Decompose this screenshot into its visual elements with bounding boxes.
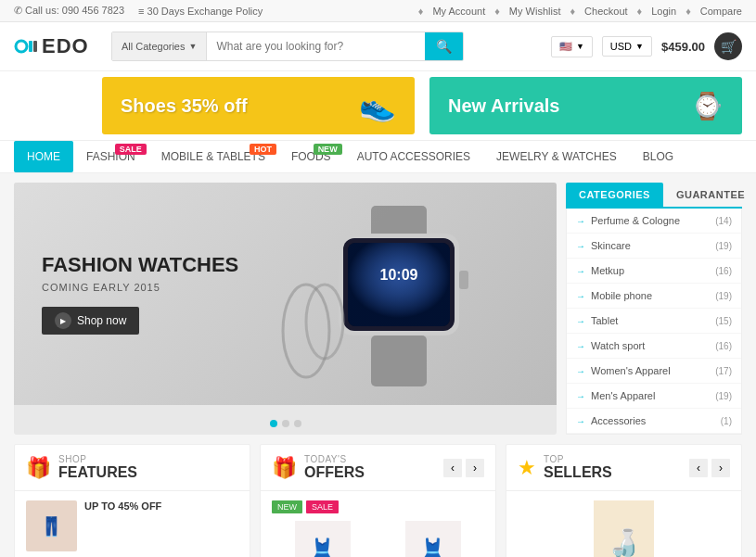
category-count: (15) [715,316,732,326]
sellers-small-label: TOP [544,454,612,464]
svg-rect-9 [459,271,468,289]
arrow-icon: → [576,241,585,251]
sellers-panel-header: ★ TOP SELLERS ‹ › [506,445,741,491]
exchange-label: ≡ 30 Days Exchange Policy [138,6,263,17]
sellers-big-label: SELLERS [544,464,612,481]
cart-price: $459.00 [661,40,705,54]
tab-guarantee[interactable]: GUARANTEE [663,183,756,207]
currency-label: USD [610,41,632,52]
my-wishlist-link[interactable]: My Wishlist [509,6,561,17]
hero-watch-image: 10:09 [260,192,538,405]
category-item-accessories[interactable]: → Accessories (1) [567,409,741,434]
nav-item-blog[interactable]: BLOG [630,141,686,172]
category-item-mens[interactable]: → Men's Apparel (19) [567,384,741,409]
offer-image-2: 👗 [405,521,461,557]
sellers-next-button[interactable]: › [711,459,730,477]
compare-link[interactable]: Compare [700,6,742,17]
slider-dots [270,420,301,427]
language-selector[interactable]: 🇺🇸 ▼ [551,36,593,57]
logo: EDO [14,33,97,59]
hero-slider: 10:09 FASHION WATCHES COMING EARLY 2015 … [14,183,557,435]
nav-item-fashion[interactable]: FASHION SALE [73,141,148,172]
nav-item-foods[interactable]: FOODS NEW [278,141,344,172]
slider-dot-3[interactable] [294,420,301,427]
offer-item-2[interactable]: 👗 [382,521,485,557]
category-name: Watch sport [591,340,645,351]
nav-item-auto[interactable]: AUTO ACCESSORIES [344,141,483,172]
svg-rect-10 [371,335,427,386]
offers-items: 👗 👗 [272,521,484,557]
nav-bar: HOME FASHION SALE MOBILE & TABLETS HOT F… [0,140,756,173]
category-count: (17) [715,366,732,376]
offers-panel: 🎁 TODAY'S OFFERS ‹ › NEW SALE 👗 [260,444,496,557]
login-link[interactable]: Login [651,6,676,17]
offers-next-button[interactable]: › [466,459,484,477]
features-panel-content: 👖 UP TO 45% OFF 🧥 HOT ITEM Shop now [15,491,250,557]
sidebar-category-list: → Perfume & Cologne (14) → Skincare (19)… [566,209,742,435]
category-item-perfume[interactable]: → Perfume & Cologne (14) [567,209,741,234]
offers-prev-button[interactable]: ‹ [443,459,462,477]
top-bar: ✆ Call us: 090 456 7823 ≡ 30 Days Exchan… [0,0,756,22]
category-name: Men's Apparel [591,390,655,401]
banner-row: Shoes 35% off 👟 New Arrivals ⌚ [0,71,756,140]
svg-rect-3 [371,206,427,238]
category-name: Skincare [591,240,631,251]
search-bar: All Categories ▼ 🔍 [111,32,464,61]
currency-selector[interactable]: USD ▼ [602,36,652,57]
cart-icon: 🛒 [721,39,737,54]
category-item-mobile[interactable]: → Mobile phone (19) [567,284,741,309]
offer-item-1[interactable]: 👗 [272,521,375,557]
offers-panel-title: 🎁 TODAY'S OFFERS [272,454,365,481]
category-dropdown[interactable]: All Categories ▼ [112,32,207,60]
shop-now-button[interactable]: ▶ Shop now [42,307,139,335]
flag-icon: 🇺🇸 [559,41,572,53]
offer-image-1: 👗 [295,521,351,557]
category-name: Perfume & Cologne [591,215,680,226]
category-count: (16) [715,341,732,351]
slider-dot-2[interactable] [282,420,289,427]
search-input[interactable] [207,32,425,60]
category-item-tablet[interactable]: → Tablet (15) [567,309,741,334]
phone-label: ✆ Call us: 090 456 7823 [14,5,124,17]
checkout-link[interactable]: Checkout [584,6,627,17]
offers-panel-content: NEW SALE 👗 👗 [261,491,495,557]
category-item-skincare[interactable]: → Skincare (19) [567,234,741,259]
category-name: Mobile phone [591,290,652,301]
hero-title: FASHION WATCHES [42,253,238,277]
category-item-womens[interactable]: → Women's Apparel (17) [567,359,741,384]
seller-item-1[interactable]: 🍶 [518,500,730,557]
badge-sale: SALE [115,144,147,155]
category-count: (14) [715,216,732,226]
cart-button[interactable]: 🛒 [714,32,742,60]
hero-text: FASHION WATCHES COMING EARLY 2015 ▶ Shop… [42,253,238,335]
nav-item-home[interactable]: HOME [14,141,73,172]
svg-rect-2 [33,41,37,52]
category-item-metkup[interactable]: → Metkup (16) [567,259,741,284]
banner-new-arrivals[interactable]: New Arrivals ⌚ [429,77,742,134]
nav-item-jewelry[interactable]: JEWELRY & WATCHES [483,141,630,172]
badge-new: NEW [314,144,342,155]
category-name: Metkup [591,265,624,276]
nav-item-mobile[interactable]: MOBILE & TABLETS HOT [148,141,278,172]
offers-panel-header: 🎁 TODAY'S OFFERS ‹ › [261,445,495,491]
header: EDO All Categories ▼ 🔍 🇺🇸 ▼ USD ▼ $459.0… [0,22,756,71]
star-icon: ★ [518,456,536,480]
category-item-watchsport[interactable]: → Watch sport (16) [567,334,741,359]
svg-rect-1 [29,41,32,52]
badge-new: NEW [272,500,302,513]
tab-categories[interactable]: CATEGORIES [566,183,663,207]
shop-now-label: Shop now [77,314,126,327]
features-icon: 🎁 [26,456,51,480]
category-name: Accessories [591,415,646,426]
sellers-panel-title: ★ TOP SELLERS [518,454,612,481]
arrow-icon: → [576,366,585,376]
watch-icon: ⌚ [691,91,724,121]
my-account-link[interactable]: My Account [432,6,485,17]
feature-tag-1: UP TO 45% OFF [84,500,238,512]
search-button[interactable]: 🔍 [425,32,463,60]
banner-shoes[interactable]: Shoes 35% off 👟 [102,77,415,134]
sellers-prev-button[interactable]: ‹ [689,459,708,477]
features-panel-title: 🎁 SHOP FEATURES [26,454,137,481]
slider-dot-1[interactable] [270,420,277,427]
play-icon: ▶ [55,312,71,329]
